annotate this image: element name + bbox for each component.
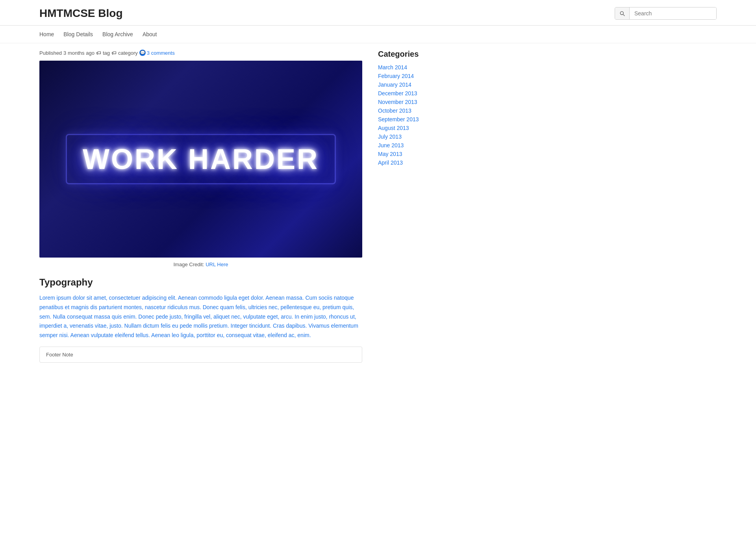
image-credit: Image Credit: URL Here (39, 262, 362, 267)
category-link-february-2014[interactable]: February 2014 (378, 73, 414, 79)
nav-item-blog-details[interactable]: Blog Details (59, 30, 98, 39)
body-text-link[interactable]: enim. (297, 332, 311, 338)
image-credit-prefix: Image Credit: (174, 262, 204, 267)
category-item: March 2014 (378, 64, 457, 70)
neon-text: WORK HARDER (83, 143, 319, 175)
category-link-may-2013[interactable]: May 2013 (378, 151, 402, 157)
search-icon (619, 10, 625, 17)
category-link-june-2013[interactable]: June 2013 (378, 142, 404, 148)
category-item: November 2013 (378, 99, 457, 105)
footer-note: Footer Note (39, 347, 362, 363)
category-link-august-2013[interactable]: August 2013 (378, 125, 409, 131)
category-link-april-2013[interactable]: April 2013 (378, 160, 403, 166)
typography-title: Typography (39, 277, 362, 288)
category-item: September 2013 (378, 116, 457, 122)
category-link-december-2013[interactable]: December 2013 (378, 90, 417, 96)
category-item: June 2013 (378, 142, 457, 148)
neon-sign: WORK HARDER (66, 134, 336, 184)
category-item: July 2013 (378, 134, 457, 140)
nav-item-home[interactable]: Home (39, 30, 59, 39)
body-text: Lorem ipsum dolor sit amet, consectetuer… (39, 293, 362, 340)
category-link-november-2013[interactable]: November 2013 (378, 99, 417, 105)
search-input[interactable] (630, 7, 716, 19)
comment-bubble-icon: 💬 (139, 50, 146, 56)
category-list: March 2014February 2014January 2014Decem… (378, 64, 457, 166)
category-link-march-2014[interactable]: March 2014 (378, 64, 407, 70)
category-icon: 🏷 (111, 50, 117, 56)
header: HMTMCSE Blog (0, 0, 756, 26)
comments-count: 3 comments (147, 50, 175, 56)
category-label: category (118, 50, 138, 56)
search-button[interactable] (615, 7, 630, 19)
navigation: Home Blog Details Blog Archive About (0, 26, 756, 43)
post-meta: Published 3 months ago 🏷tag 🏷category 💬 … (39, 50, 362, 56)
category-link-october-2013[interactable]: October 2013 (378, 108, 411, 114)
categories-title: Categories (378, 50, 457, 59)
category-link-january-2014[interactable]: January 2014 (378, 82, 411, 88)
category-link-july-2013[interactable]: July 2013 (378, 134, 402, 140)
tag-label: tag (103, 50, 110, 56)
hero-image: WORK HARDER (39, 61, 362, 258)
category-item: January 2014 (378, 82, 457, 88)
content-area: Published 3 months ago 🏷tag 🏷category 💬 … (39, 50, 362, 363)
hero-image-container: WORK HARDER (39, 61, 362, 258)
category-item: December 2013 (378, 90, 457, 96)
category-item: October 2013 (378, 108, 457, 114)
published-label: Published (39, 50, 62, 56)
category-item: April 2013 (378, 160, 457, 166)
nav-item-blog-archive[interactable]: Blog Archive (98, 30, 138, 39)
category-link-september-2013[interactable]: September 2013 (378, 116, 419, 122)
sidebar: Categories March 2014February 2014Januar… (378, 50, 457, 363)
category-item: August 2013 (378, 125, 457, 131)
search-box (615, 7, 717, 20)
comments-link[interactable]: 💬 3 comments (139, 50, 175, 56)
tag-icon: 🏷 (96, 50, 101, 56)
main-layout: Published 3 months ago 🏷tag 🏷category 💬 … (0, 43, 756, 369)
image-credit-link[interactable]: URL Here (206, 262, 228, 267)
footer-note-label: Footer Note (46, 352, 73, 358)
time-ago: 3 months ago (63, 50, 94, 56)
category-item: February 2014 (378, 73, 457, 79)
nav-item-about[interactable]: About (138, 30, 162, 39)
site-title: HMTMCSE Blog (39, 7, 123, 20)
category-item: May 2013 (378, 151, 457, 157)
